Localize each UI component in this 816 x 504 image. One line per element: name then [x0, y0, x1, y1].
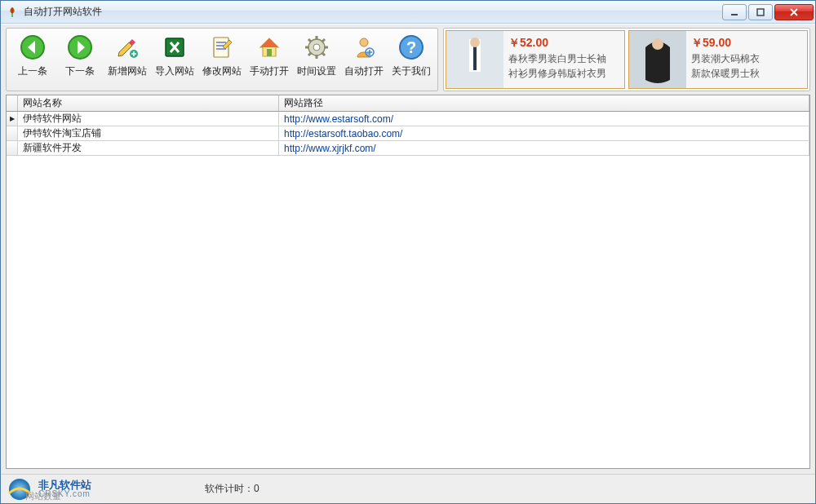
maximize-button[interactable] [748, 4, 773, 20]
svg-point-17 [470, 38, 480, 47]
prev-button[interactable]: 上一条 [11, 32, 54, 87]
question-icon: ? [397, 33, 425, 61]
cell-site-url: http://www.xjrjkf.com/ [279, 141, 809, 155]
timer-value: 0 [254, 483, 259, 494]
svg-rect-7 [267, 49, 272, 56]
grid-body[interactable]: 伊特软件网站http://www.estarsoft.com/伊特软件淘宝店铺h… [7, 112, 809, 468]
about-button[interactable]: ? 关于我们 [390, 32, 432, 87]
grid-header-indicator [7, 95, 18, 111]
grid-header: 网站名称 网站路径 [7, 95, 809, 112]
app-window: 自动打开网站软件 上一条 [0, 0, 816, 504]
ad-desc-2a: 男装潮大码棉衣 [691, 52, 760, 65]
client-area: 上一条 下一条 新增网站 [1, 24, 815, 474]
statusbar: 非凡软件站 CRSKY.com 网站数量 软件计时：0 [1, 474, 815, 503]
next-label: 下一条 [65, 64, 95, 78]
row-indicator [7, 141, 18, 155]
add-site-button[interactable]: 新增网站 [106, 32, 149, 87]
row-indicator [7, 112, 18, 126]
cell-site-name: 新疆软件开发 [18, 141, 279, 155]
arrow-right-icon [66, 33, 94, 61]
cell-site-name: 伊特软件淘宝店铺 [18, 126, 279, 140]
timer-label: 软件计时： [205, 483, 254, 494]
ad-text-1: ￥52.00 春秋季男装白男士长袖 衬衫男修身韩版衬衣男 [503, 31, 611, 88]
col-header-name[interactable]: 网站名称 [18, 95, 279, 111]
auto-open-button[interactable]: 自动打开 [343, 32, 385, 87]
import-site-label: 导入网站 [155, 64, 194, 78]
ad-price-2: ￥59.00 [691, 36, 760, 51]
titlebar: 自动打开网站软件 [1, 1, 815, 24]
about-label: 关于我们 [392, 64, 431, 78]
site-count-label: 网站数量 [25, 490, 61, 502]
ads-panel: ￥52.00 春秋季男装白男士长袖 衬衫男修身韩版衬衣男 ￥59.00 男装潮大… [443, 28, 810, 91]
svg-point-10 [360, 38, 368, 46]
edit-site-button[interactable]: 修改网站 [201, 32, 243, 87]
minimize-button[interactable] [722, 4, 747, 20]
import-site-button[interactable]: 导入网站 [153, 32, 196, 87]
home-icon [255, 33, 283, 61]
pencil-add-icon [113, 33, 141, 61]
ad-text-2: ￥59.00 男装潮大码棉衣 新款保暖男士秋 [686, 31, 765, 88]
col-header-url[interactable]: 网站路径 [279, 95, 809, 111]
cell-site-url: http://www.estarsoft.com/ [279, 112, 809, 126]
ad-card-1[interactable]: ￥52.00 春秋季男装白男士长袖 衬衫男修身韩版衬衣男 [446, 30, 625, 89]
next-button[interactable]: 下一条 [59, 32, 101, 87]
svg-point-9 [313, 44, 320, 51]
table-row[interactable]: 新疆软件开发http://www.xjrjkf.com/ [7, 141, 809, 156]
add-site-label: 新增网站 [108, 64, 147, 78]
toolbar-row: 上一条 下一条 新增网站 [6, 28, 810, 91]
gear-icon [303, 33, 330, 61]
cell-site-url: http://estarsoft.taobao.com/ [279, 126, 809, 140]
row-indicator [7, 126, 18, 140]
timer: 软件计时：0 [205, 482, 259, 496]
site-grid: 网站名称 网站路径 伊特软件网站http://www.estarsoft.com… [6, 95, 810, 469]
ad-card-2[interactable]: ￥59.00 男装潮大码棉衣 新款保暖男士秋 [628, 30, 808, 89]
app-icon [6, 6, 19, 19]
window-controls [722, 4, 814, 20]
close-button[interactable] [774, 4, 814, 20]
arrow-left-icon [19, 33, 47, 61]
svg-rect-1 [757, 9, 764, 15]
cell-site-name: 伊特软件网站 [18, 112, 279, 126]
table-row[interactable]: 伊特软件淘宝店铺http://estarsoft.taobao.com/ [7, 126, 809, 141]
person-icon [350, 33, 378, 61]
window-title: 自动打开网站软件 [24, 5, 102, 19]
ad-desc-1b: 衬衫男修身韩版衬衣男 [508, 67, 606, 80]
auto-open-label: 自动打开 [344, 64, 384, 78]
svg-text:?: ? [406, 38, 416, 56]
excel-icon [161, 33, 188, 61]
ad-desc-1a: 春秋季男装白男士长袖 [508, 52, 606, 65]
manual-open-button[interactable]: 手动打开 [248, 32, 290, 87]
edit-document-icon [208, 33, 236, 61]
svg-rect-16 [473, 46, 477, 70]
ad-price-1: ￥52.00 [508, 36, 606, 51]
time-settings-label: 时间设置 [297, 64, 336, 78]
ad-thumb-2 [629, 31, 686, 88]
prev-label: 上一条 [18, 64, 47, 78]
svg-point-19 [652, 38, 663, 50]
toolbar: 上一条 下一条 新增网站 [6, 28, 438, 91]
edit-site-label: 修改网站 [202, 64, 242, 78]
manual-open-label: 手动打开 [250, 64, 289, 78]
ad-thumb-1 [446, 31, 503, 88]
ad-desc-2b: 新款保暖男士秋 [691, 67, 760, 80]
time-settings-button[interactable]: 时间设置 [295, 32, 338, 87]
table-row[interactable]: 伊特软件网站http://www.estarsoft.com/ [7, 112, 809, 126]
svg-rect-0 [731, 14, 738, 15]
